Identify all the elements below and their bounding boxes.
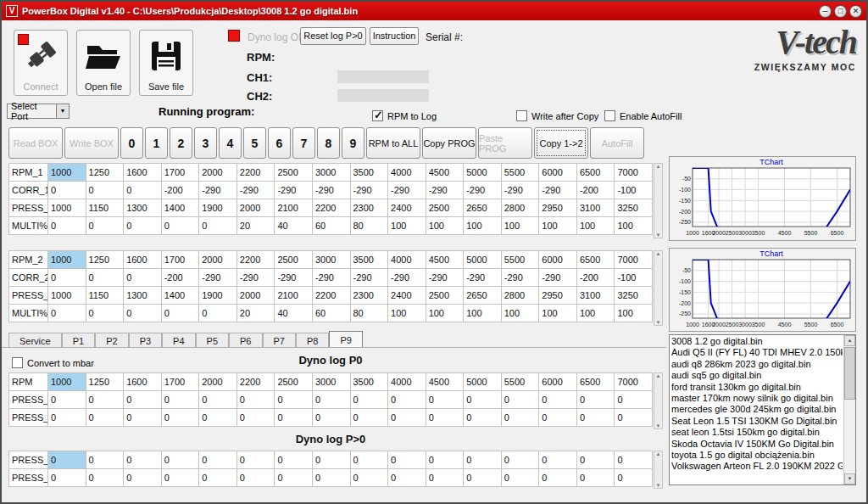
file-item[interactable]: audi q8 286km 2023 go digital.bin — [671, 359, 843, 370]
cell-corr-2-2[interactable]: 0 — [124, 269, 162, 287]
cell-press-1-15[interactable]: 0 — [615, 451, 653, 469]
cell-corr-1-15[interactable]: -100 — [615, 182, 653, 199]
3-button[interactable]: 3 — [194, 127, 217, 159]
cell-press-2-5[interactable]: 0 — [236, 409, 275, 427]
cell-press-2-12[interactable]: 0 — [501, 469, 539, 487]
cell-rpm-1-6[interactable]: 2500 — [275, 164, 313, 182]
cell-press-2-3[interactable]: 1400 — [161, 287, 199, 305]
cell-press-1-6[interactable]: 0 — [275, 391, 313, 409]
cell-multi-13[interactable]: 100 — [539, 305, 577, 322]
cell-press-1-14[interactable]: 3100 — [576, 199, 615, 217]
cell-press-2-9[interactable]: 0 — [388, 409, 426, 427]
cell-multi-13[interactable]: 100 — [539, 217, 577, 235]
cell-corr-1-6[interactable]: -290 — [275, 182, 313, 199]
enable-autofill-checkbox[interactable] — [604, 110, 615, 121]
chevron-down-icon[interactable]: ▼ — [56, 104, 69, 118]
cell-press-2-3[interactable]: 0 — [161, 409, 199, 427]
tab-p8[interactable]: P8 — [296, 333, 329, 348]
9-button[interactable]: 9 — [342, 127, 364, 159]
cell-press-2-12[interactable]: 2800 — [501, 287, 539, 305]
cell-corr-2-11[interactable]: -290 — [464, 269, 502, 287]
tab-p9[interactable]: P9 — [329, 331, 362, 348]
close-button[interactable]: ✕ — [849, 5, 862, 18]
cell-multi-12[interactable]: 100 — [501, 305, 539, 322]
cell-corr-1-9[interactable]: -290 — [388, 182, 426, 199]
cell-rpm-13[interactable]: 6000 — [539, 373, 577, 391]
cell-rpm-2-13[interactable]: 6000 — [539, 251, 577, 269]
enable-autofill-option[interactable]: Enable AutoFill — [604, 110, 682, 121]
cell-corr-2-5[interactable]: -290 — [236, 269, 275, 287]
title-bar[interactable]: V PowerBox Digital v1.40 - C:\Users\Prod… — [2, 2, 866, 20]
cell-press-1-12[interactable]: 0 — [501, 391, 539, 409]
cell-press-2-0[interactable]: 0 — [48, 409, 86, 427]
cell-press-1-8[interactable]: 0 — [350, 391, 388, 409]
cell-press-1-6[interactable]: 0 — [275, 451, 313, 469]
cell-rpm-2-15[interactable]: 7000 — [615, 251, 653, 269]
cell-rpm-2-8[interactable]: 3500 — [350, 251, 388, 269]
cell-press-1-5[interactable]: 0 — [236, 391, 275, 409]
cell-multi-12[interactable]: 100 — [501, 217, 539, 235]
tab-p7[interactable]: P7 — [263, 333, 296, 348]
cell-press-1-7[interactable]: 0 — [312, 391, 350, 409]
rpm-to-all-button[interactable]: RPM to ALL — [366, 127, 420, 159]
file-item[interactable]: Volkswagen Arteon FL 2.0 190KM 2022 Go D… — [671, 461, 843, 472]
read-box-button[interactable]: Read BOX — [8, 127, 63, 159]
cell-corr-2-0[interactable]: 0 — [48, 269, 86, 287]
cell-rpm-0[interactable]: 1000 — [48, 373, 86, 391]
cell-corr-1-2[interactable]: 0 — [124, 182, 162, 199]
cell-rpm-15[interactable]: 7000 — [615, 373, 653, 391]
cell-press-1-3[interactable]: 0 — [161, 451, 199, 469]
cell-press-2-11[interactable]: 0 — [464, 409, 502, 427]
cell-rpm-14[interactable]: 6500 — [576, 373, 615, 391]
cell-corr-1-1[interactable]: 0 — [86, 182, 124, 199]
cell-press-2-9[interactable]: 0 — [388, 469, 426, 487]
paste-prog-button[interactable]: Paste PROG — [478, 127, 532, 159]
cell-press-1-14[interactable]: 0 — [576, 391, 615, 409]
cell-rpm-2-6[interactable]: 2500 — [275, 251, 313, 269]
cell-corr-2-15[interactable]: -100 — [615, 269, 653, 287]
program1-table-scrollbar[interactable]: ▲▼ — [654, 163, 663, 238]
cell-rpm-1-1[interactable]: 1250 — [86, 164, 124, 182]
scrollbar-thumb[interactable] — [844, 347, 855, 400]
cell-multi-8[interactable]: 80 — [350, 217, 388, 235]
cell-multi-15[interactable]: 100 — [615, 217, 653, 235]
cell-corr-1-14[interactable]: -200 — [576, 182, 615, 199]
file-item[interactable]: Audi Q5 II (FY FL) 40 TDI MHEV 2.0 150kW… — [671, 347, 843, 358]
cell-press-1-13[interactable]: 0 — [539, 391, 577, 409]
8-button[interactable]: 8 — [317, 127, 340, 159]
cell-rpm-2-4[interactable]: 2000 — [199, 251, 237, 269]
cell-multi-3[interactable]: 0 — [161, 217, 199, 235]
cell-corr-2-9[interactable]: -290 — [388, 269, 426, 287]
cell-press-1-10[interactable]: 0 — [426, 391, 464, 409]
cell-press-2-8[interactable]: 0 — [350, 409, 388, 427]
cell-rpm-2-5[interactable]: 2200 — [236, 251, 275, 269]
cell-multi-2[interactable]: 0 — [124, 217, 162, 235]
cell-press-1-0[interactable]: 0 — [48, 451, 86, 469]
tab-p3[interactable]: P3 — [129, 333, 162, 348]
cell-press-1-0[interactable]: 1000 — [48, 199, 86, 217]
cell-rpm-2-3[interactable]: 1700 — [161, 251, 199, 269]
cell-corr-1-13[interactable]: -290 — [539, 182, 577, 199]
cell-rpm-7[interactable]: 3000 — [312, 373, 350, 391]
cell-press-2-13[interactable]: 2950 — [539, 287, 577, 305]
cell-corr-1-7[interactable]: -290 — [312, 182, 350, 199]
cell-corr-2-6[interactable]: -290 — [275, 269, 313, 287]
cell-press-2-4[interactable]: 0 — [199, 409, 237, 427]
cell-press-2-0[interactable]: 1000 — [48, 287, 86, 305]
cell-press-1-9[interactable]: 0 — [388, 451, 426, 469]
cell-rpm-1-10[interactable]: 4500 — [426, 164, 464, 182]
0-button[interactable]: 0 — [120, 127, 143, 159]
cell-rpm-1-4[interactable]: 2000 — [199, 164, 237, 182]
file-item[interactable]: 3008 1.2 go digital.bin — [671, 336, 843, 347]
cell-press-2-11[interactable]: 2650 — [464, 287, 502, 305]
cell-press-1-8[interactable]: 0 — [350, 451, 388, 469]
cell-rpm-2-7[interactable]: 3000 — [312, 251, 350, 269]
cell-press-1-9[interactable]: 0 — [388, 391, 426, 409]
copy-1-2-button[interactable]: Copy 1->2 — [534, 127, 588, 159]
cell-press-1-8[interactable]: 2300 — [350, 199, 388, 217]
cell-multi-4[interactable]: 0 — [199, 305, 237, 322]
file-item[interactable]: Seat Leon 1.5 TSI 130KM Go Digital.bin — [671, 416, 843, 427]
reset-log-button[interactable]: Reset log P>0 — [300, 27, 366, 45]
cell-rpm-1-5[interactable]: 2200 — [236, 164, 275, 182]
cell-rpm-2-1[interactable]: 1250 — [86, 251, 124, 269]
